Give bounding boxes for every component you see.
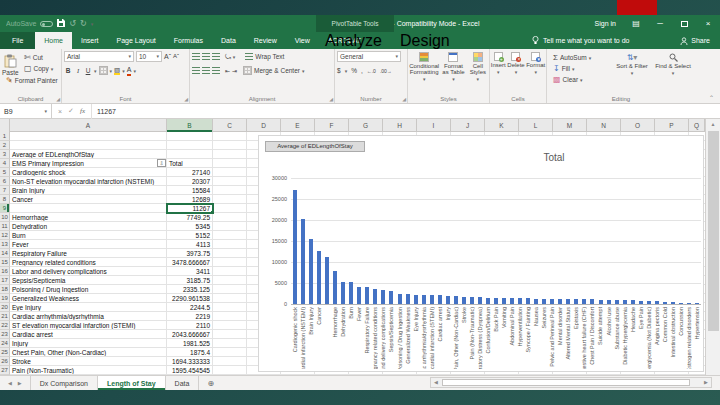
copy-button[interactable]: ▢Copy▾ bbox=[22, 63, 62, 74]
cell-B26[interactable]: 1694.333333 bbox=[167, 357, 213, 366]
cell-A14[interactable]: Respiratory Failure bbox=[10, 249, 167, 258]
column-header-H[interactable]: H bbox=[383, 119, 417, 132]
cell-B16[interactable]: 3411 bbox=[167, 267, 213, 276]
chart-bar[interactable] bbox=[494, 298, 498, 304]
vertical-scrollbar[interactable]: ▲ bbox=[705, 119, 720, 375]
cell-B2[interactable] bbox=[167, 141, 213, 150]
cell-A1[interactable] bbox=[10, 132, 167, 141]
cell-A6[interactable]: Non-ST elevation myocardial infarction (… bbox=[10, 177, 167, 186]
cell-styles-button[interactable]: Cell Styles▾ bbox=[467, 51, 489, 95]
cell-A18[interactable]: Poisoning / Drug Ingestion bbox=[10, 285, 167, 294]
chart-bar[interactable] bbox=[389, 291, 393, 304]
sheet-tab-length-of-stay[interactable]: Length of Stay bbox=[98, 376, 166, 390]
cell-B15[interactable]: 3478.666667 bbox=[167, 258, 213, 267]
chart-bar[interactable] bbox=[357, 287, 361, 304]
horizontal-scrollbar[interactable]: ◀ ▶ bbox=[430, 377, 712, 388]
column-header-A[interactable]: A bbox=[10, 119, 167, 132]
vertical-scroll-thumb[interactable] bbox=[708, 131, 719, 331]
clear-button[interactable]: ▩Clear▾ bbox=[551, 74, 611, 85]
font-dialog-launcher-icon[interactable]: ◢ bbox=[184, 96, 188, 102]
row-header-6[interactable]: 6 bbox=[0, 177, 10, 186]
tab-review[interactable]: Review bbox=[245, 32, 286, 49]
chart-bar[interactable] bbox=[414, 295, 418, 304]
row-header-25[interactable]: 25 bbox=[0, 348, 10, 357]
column-header-M[interactable]: M bbox=[553, 119, 587, 132]
chart-bar[interactable] bbox=[534, 299, 538, 304]
row-header-20[interactable]: 20 bbox=[0, 303, 10, 312]
tab-data[interactable]: Data bbox=[212, 32, 245, 49]
increase-decimal-icon[interactable]: ←.0 bbox=[367, 68, 376, 74]
cell-A16[interactable]: Labor and delivery complications bbox=[10, 267, 167, 276]
row-header-10[interactable]: 10 bbox=[0, 213, 10, 222]
chart-bar[interactable] bbox=[647, 301, 651, 304]
chart-bar[interactable] bbox=[406, 294, 410, 304]
conditional-formatting-button[interactable]: Conditional Formatting▾ bbox=[408, 51, 440, 95]
fill-color-icon[interactable]: ▧ bbox=[114, 66, 120, 75]
borders-icon[interactable] bbox=[99, 66, 108, 75]
underline-button[interactable]: U bbox=[84, 67, 92, 74]
chart-bar[interactable] bbox=[478, 297, 482, 304]
scroll-up-icon[interactable]: ▲ bbox=[706, 119, 720, 129]
row-header-19[interactable]: 19 bbox=[0, 294, 10, 303]
chart-bar[interactable] bbox=[639, 301, 643, 304]
cell-B5[interactable]: 27140 bbox=[167, 168, 213, 177]
comma-format-icon[interactable]: , bbox=[361, 67, 363, 74]
row-header-12[interactable]: 12 bbox=[0, 231, 10, 240]
cell-B19[interactable]: 2290.961538 bbox=[167, 294, 213, 303]
fill-handle[interactable] bbox=[211, 211, 214, 214]
cell-B7[interactable]: 15584 bbox=[167, 186, 213, 195]
row-header-1[interactable]: 1 bbox=[0, 132, 10, 141]
chart-bar[interactable] bbox=[526, 298, 530, 304]
cell-A20[interactable]: Eye Injury bbox=[10, 303, 167, 312]
cell-A22[interactable]: ST elevation myocardial infarction (STEM… bbox=[10, 321, 167, 330]
cell-B22[interactable]: 2110 bbox=[167, 321, 213, 330]
cell-A8[interactable]: Cancer bbox=[10, 195, 167, 204]
cell-A27[interactable]: Pain (Non-Traumatic) bbox=[10, 366, 167, 375]
cell-B3[interactable] bbox=[167, 150, 213, 159]
cell-A11[interactable]: Dehydration bbox=[10, 222, 167, 231]
row-header-22[interactable]: 22 bbox=[0, 321, 10, 330]
orientation-icon[interactable]: ⤿ bbox=[225, 53, 231, 61]
format-painter-button[interactable]: ✎Format Painter bbox=[4, 75, 62, 86]
find-select-button[interactable]: Find & Select▾ bbox=[653, 49, 693, 76]
column-header-Q[interactable]: Q bbox=[689, 119, 705, 132]
row-header-9[interactable]: 9 bbox=[0, 204, 10, 213]
sort-filter-button[interactable]: ⇅▾ Sort & Filter▾ bbox=[613, 49, 651, 76]
row-header-27[interactable]: 27 bbox=[0, 366, 10, 375]
tab-file[interactable]: File bbox=[0, 32, 35, 49]
sign-in-link[interactable]: Sign in bbox=[595, 20, 616, 27]
redo-icon[interactable]: ↻ bbox=[80, 20, 87, 28]
column-header-D[interactable]: D bbox=[247, 119, 281, 132]
currency-format-icon[interactable]: $ bbox=[337, 67, 341, 74]
scroll-right-icon[interactable]: ▶ bbox=[701, 378, 711, 387]
pivot-chart[interactable]: Average of EDLengthOfStay Total 05000100… bbox=[258, 135, 704, 372]
number-dialog-launcher-icon[interactable]: ◢ bbox=[402, 96, 406, 102]
restore-button[interactable] bbox=[672, 15, 696, 32]
cell-B4[interactable]: Total bbox=[167, 159, 213, 168]
horizontal-scroll-thumb[interactable] bbox=[442, 379, 690, 386]
cell-B23[interactable]: 2043.666667 bbox=[167, 330, 213, 339]
row-header-2[interactable]: 2 bbox=[0, 141, 10, 150]
increase-indent-icon[interactable]: ⇥ bbox=[232, 67, 237, 74]
tab-insert[interactable]: Insert bbox=[72, 32, 108, 49]
sheet-nav-left-icon[interactable]: ◀ bbox=[8, 380, 12, 386]
row-header-21[interactable]: 21 bbox=[0, 312, 10, 321]
row-header-3[interactable]: 3 bbox=[0, 150, 10, 159]
qat-customize-icon[interactable]: ▾ bbox=[91, 21, 94, 27]
chart-value-field-button[interactable]: Average of EDLengthOfStay bbox=[265, 141, 365, 152]
chart-bar[interactable] bbox=[607, 300, 611, 304]
fill-button[interactable]: ↧Fill▾ bbox=[551, 63, 611, 74]
chart-bar[interactable] bbox=[502, 298, 506, 304]
chart-bar[interactable] bbox=[542, 299, 546, 304]
align-center-icon[interactable] bbox=[202, 67, 210, 74]
formula-input[interactable]: 11267 bbox=[92, 108, 116, 115]
cell-B18[interactable]: 2335.125 bbox=[167, 285, 213, 294]
chart-bar[interactable] bbox=[454, 296, 458, 304]
chart-bar[interactable] bbox=[446, 296, 450, 304]
cell-B24[interactable]: 1981.525 bbox=[167, 339, 213, 348]
sheet-tab-data[interactable]: Data bbox=[166, 376, 200, 390]
cell-B6[interactable]: 20307 bbox=[167, 177, 213, 186]
chart-bar[interactable] bbox=[623, 300, 627, 304]
chart-bar[interactable] bbox=[309, 239, 313, 304]
align-right-icon[interactable] bbox=[212, 67, 220, 74]
